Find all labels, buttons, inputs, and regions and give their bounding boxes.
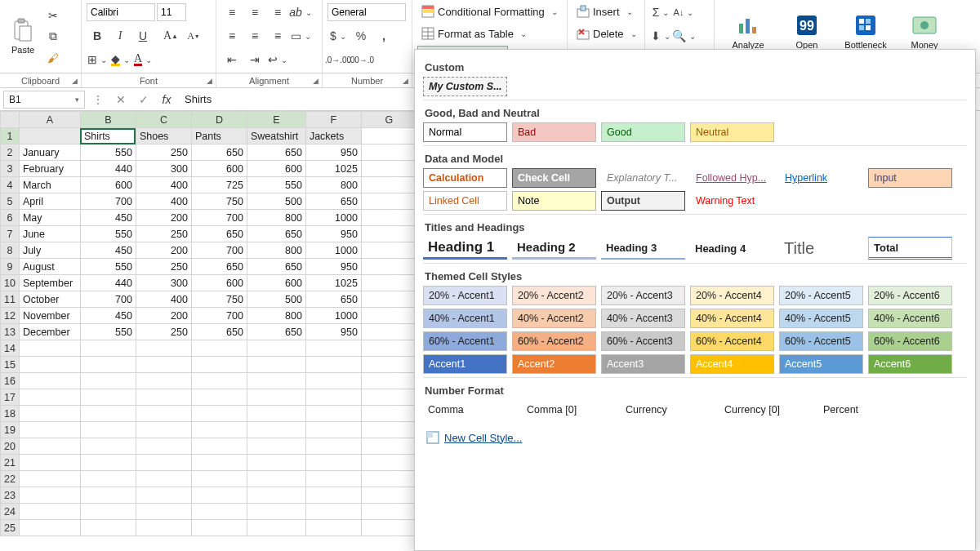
cell-E5[interactable]: 500 <box>247 193 305 210</box>
font-color-button[interactable]: A <box>132 50 154 69</box>
cell-C23[interactable] <box>136 487 191 504</box>
cell-G7[interactable] <box>361 226 416 242</box>
cell-G8[interactable] <box>361 242 416 259</box>
cell-E10[interactable]: 600 <box>247 275 305 291</box>
row-header-14[interactable]: 14 <box>1 340 20 357</box>
style-tile[interactable]: Accent3 <box>601 354 685 374</box>
cell-G9[interactable] <box>361 259 416 275</box>
style-tile[interactable]: 60% - Accent6 <box>868 331 952 351</box>
sort-filter-button[interactable]: A↓ <box>673 2 694 22</box>
borders-button[interactable]: ⊞ <box>87 50 108 69</box>
cell-B21[interactable] <box>80 455 136 471</box>
style-tile[interactable]: Accent4 <box>690 354 774 374</box>
decrease-decimal-button[interactable]: .00→.0 <box>350 50 372 69</box>
cell-A16[interactable] <box>19 373 80 389</box>
cell-B18[interactable] <box>80 406 136 422</box>
cell-D23[interactable] <box>191 487 247 504</box>
cell-G10[interactable] <box>361 275 416 291</box>
cell-F1[interactable]: Jackets <box>305 128 361 144</box>
cell-G14[interactable] <box>361 340 416 357</box>
autosum-button[interactable]: Σ <box>650 2 671 22</box>
row-header-23[interactable]: 23 <box>1 487 20 504</box>
cell-G20[interactable] <box>361 438 416 455</box>
style-tile[interactable]: Explanatory T... <box>601 168 685 188</box>
cell-A11[interactable]: October <box>19 291 80 308</box>
cell-B24[interactable] <box>80 504 136 520</box>
style-tile[interactable]: Bad <box>512 122 596 142</box>
style-tile[interactable]: 20% - Accent2 <box>512 286 596 305</box>
insert-button[interactable]: Insert <box>572 2 637 21</box>
cell-E4[interactable]: 550 <box>247 177 305 193</box>
cell-G5[interactable] <box>361 193 416 210</box>
cell-F22[interactable] <box>305 471 361 487</box>
cell-D7[interactable]: 650 <box>191 226 247 242</box>
cell-E24[interactable] <box>247 504 305 520</box>
clipboard-launcher[interactable]: ◢ <box>72 77 78 85</box>
cell-C20[interactable] <box>136 438 191 455</box>
cell-C15[interactable] <box>136 357 191 373</box>
style-tile[interactable]: Currency <box>621 400 715 420</box>
cell-F17[interactable] <box>305 389 361 406</box>
cell-D13[interactable]: 650 <box>191 324 247 340</box>
cell-A18[interactable] <box>19 406 80 422</box>
cell-C16[interactable] <box>136 373 191 389</box>
cell-C9[interactable]: 250 <box>136 259 191 275</box>
style-tile[interactable]: 20% - Accent1 <box>423 286 507 305</box>
cell-D1[interactable]: Pants <box>191 128 247 144</box>
cell-E7[interactable]: 650 <box>247 226 305 242</box>
cell-B9[interactable]: 550 <box>80 259 136 275</box>
cell-A1[interactable] <box>19 128 80 144</box>
cell-F25[interactable] <box>305 520 361 536</box>
cell-A5[interactable]: April <box>19 193 80 210</box>
cell-E2[interactable]: 650 <box>247 144 305 161</box>
cell-D25[interactable] <box>191 520 247 536</box>
row-header-19[interactable]: 19 <box>1 422 20 438</box>
new-cell-style-button[interactable]: New Cell Style... <box>423 428 967 447</box>
col-header-C[interactable]: C <box>136 112 191 128</box>
style-tile[interactable]: Accent2 <box>512 354 596 374</box>
cell-E9[interactable]: 650 <box>247 259 305 275</box>
cell-B3[interactable]: 440 <box>80 161 136 177</box>
cell-A19[interactable] <box>19 422 80 438</box>
style-tile[interactable]: 60% - Accent2 <box>512 331 596 351</box>
style-tile[interactable]: Linked Cell <box>423 191 507 211</box>
cell-E13[interactable]: 650 <box>247 324 305 340</box>
cell-C3[interactable]: 300 <box>136 161 191 177</box>
cell-A10[interactable]: September <box>19 275 80 291</box>
cell-B19[interactable] <box>80 422 136 438</box>
increase-indent-button[interactable]: ⇥ <box>244 50 265 69</box>
cell-B15[interactable] <box>80 357 136 373</box>
style-tile[interactable]: Heading 4 <box>690 237 774 260</box>
cell-F15[interactable] <box>305 357 361 373</box>
cell-A13[interactable]: December <box>19 324 80 340</box>
cell-D3[interactable]: 600 <box>191 161 247 177</box>
style-tile[interactable]: 60% - Accent3 <box>601 331 685 351</box>
style-tile[interactable]: Heading 3 <box>601 237 685 260</box>
cell-A14[interactable] <box>19 340 80 357</box>
cell-B17[interactable] <box>80 389 136 406</box>
cell-B14[interactable] <box>80 340 136 357</box>
cell-A25[interactable] <box>19 520 80 536</box>
format-painter-button[interactable]: 🖌 <box>42 48 64 68</box>
align-bottom-button[interactable]: ≡ <box>267 2 288 22</box>
cell-E20[interactable] <box>247 438 305 455</box>
cell-D5[interactable]: 750 <box>191 193 247 210</box>
cell-A9[interactable]: August <box>19 259 80 275</box>
style-tile[interactable]: 40% - Accent3 <box>601 309 685 328</box>
row-header-22[interactable]: 22 <box>1 471 20 487</box>
cell-D22[interactable] <box>191 471 247 487</box>
alignment-launcher[interactable]: ◢ <box>313 77 318 85</box>
row-header-24[interactable]: 24 <box>1 504 20 520</box>
cell-B8[interactable]: 450 <box>80 242 136 259</box>
cell-E16[interactable] <box>247 373 305 389</box>
cell-D9[interactable]: 650 <box>191 259 247 275</box>
style-tile[interactable]: Check Cell <box>512 168 596 188</box>
row-header-16[interactable]: 16 <box>1 373 20 389</box>
col-header-B[interactable]: B <box>80 112 136 128</box>
style-tile[interactable]: Calculation <box>423 168 507 188</box>
style-tile[interactable]: Comma <box>423 400 517 420</box>
cell-C19[interactable] <box>136 422 191 438</box>
italic-button[interactable]: I <box>109 26 131 46</box>
align-top-button[interactable]: ≡ <box>221 2 243 22</box>
cell-F6[interactable]: 1000 <box>305 210 361 226</box>
